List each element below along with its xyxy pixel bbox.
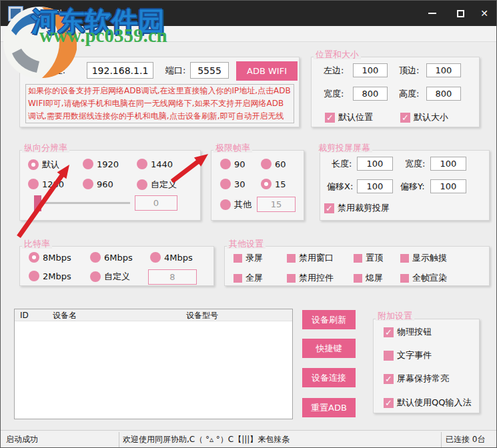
checkbox-disable-window[interactable]: 禁用窗口 bbox=[287, 252, 334, 264]
radio-fps-other[interactable]: 其他 bbox=[220, 199, 252, 211]
status-separator bbox=[441, 432, 442, 447]
minimize-icon bbox=[428, 13, 436, 14]
radio-dot bbox=[83, 179, 93, 189]
device-refresh-button[interactable]: 设备刷新 bbox=[302, 310, 356, 329]
checkbox-label: 屏幕保持常亮 bbox=[397, 373, 449, 385]
crop-length-input[interactable] bbox=[357, 157, 393, 171]
width-input[interactable] bbox=[353, 87, 388, 101]
radio-bitrate-custom[interactable]: 自定义 bbox=[90, 271, 130, 283]
checkbox-record-screen[interactable]: 录屏 bbox=[233, 252, 263, 264]
checkbox-label: 物理按钮 bbox=[397, 326, 432, 338]
checkbox-box bbox=[400, 113, 410, 123]
radio-fps-15[interactable]: 15 bbox=[261, 179, 286, 189]
window-title: 同屏协助 bbox=[31, 1, 63, 26]
menu-file[interactable]: 文件 bbox=[2, 26, 26, 42]
checkbox-label: 禁用控件 bbox=[299, 272, 334, 284]
checkbox-box bbox=[384, 351, 394, 361]
maximize-icon bbox=[457, 10, 464, 17]
radio-bitrate-6mbps[interactable]: 6Mbps bbox=[90, 252, 133, 263]
left-input[interactable] bbox=[353, 63, 388, 77]
radio-label: 4Mbps bbox=[164, 253, 193, 263]
vres-custom-input[interactable] bbox=[135, 195, 177, 211]
checkbox-box bbox=[287, 254, 296, 263]
checkbox-default-qq-ime[interactable]: 默认使用QQ输入法 bbox=[384, 397, 471, 409]
checkbox-box bbox=[400, 274, 409, 283]
ip-label: IP地址: bbox=[37, 65, 65, 76]
close-icon: ✕ bbox=[480, 9, 488, 18]
group-position-size: 位置和大小 左边: 顶边: 宽度: 高度: 默认位置 默认大小 bbox=[311, 57, 480, 127]
radio-bitrate-8mbps[interactable]: 8Mbps bbox=[29, 252, 71, 263]
app-icon bbox=[8, 6, 23, 21]
checkbox-box bbox=[384, 398, 394, 408]
top-input[interactable] bbox=[426, 63, 461, 77]
port-input[interactable] bbox=[190, 62, 229, 79]
radio-vres-default[interactable]: 默认 bbox=[28, 159, 59, 171]
radio-vres-1920[interactable]: 1920 bbox=[83, 159, 119, 169]
radio-dot bbox=[28, 159, 39, 170]
radio-bitrate-4mbps[interactable]: 4Mbps bbox=[150, 252, 193, 263]
checkbox-screen-off[interactable]: 熄屏 bbox=[354, 272, 383, 284]
checkbox-text-events[interactable]: 文字事件 bbox=[384, 349, 432, 361]
checkbox-default-position[interactable]: 默认位置 bbox=[325, 111, 373, 123]
crop-offy-input[interactable] bbox=[430, 179, 466, 193]
radio-label: 6Mbps bbox=[104, 253, 133, 263]
checkbox-label: 全帧宣染 bbox=[412, 272, 447, 284]
status-separator bbox=[119, 432, 119, 447]
bitrate-custom-input[interactable] bbox=[148, 269, 197, 285]
radio-dot bbox=[90, 271, 101, 282]
device-connect-button[interactable]: 设备连接 bbox=[302, 368, 356, 387]
radio-bitrate-2mbps[interactable]: 2Mbps bbox=[29, 271, 71, 281]
radio-dot bbox=[261, 159, 272, 169]
checkbox-always-on-top[interactable]: 置顶 bbox=[354, 252, 383, 264]
radio-label: 自定义 bbox=[104, 271, 130, 283]
device-list[interactable]: ID 设备名 设备型号 bbox=[14, 309, 293, 419]
checkbox-show-touches[interactable]: 显示触摸 bbox=[400, 252, 447, 264]
checkbox-fullscreen[interactable]: 全屏 bbox=[233, 272, 263, 284]
hotkey-button[interactable]: 快捷键 bbox=[302, 339, 356, 358]
radio-dot bbox=[83, 159, 93, 169]
radio-vres-1440[interactable]: 1440 bbox=[137, 159, 173, 169]
status-bar: 启动成功 欢迎使用同屏协助,C（ °▵ °）C【|||】来包辣条 已连接 0台 bbox=[1, 430, 497, 448]
radio-vres-custom[interactable]: 自定义 bbox=[137, 179, 177, 191]
checkbox-box bbox=[400, 254, 409, 263]
checkbox-label: 默认位置 bbox=[338, 111, 373, 123]
radio-label: 90 bbox=[234, 159, 245, 169]
crop-offx-input[interactable] bbox=[357, 179, 393, 193]
radio-fps-60[interactable]: 60 bbox=[261, 159, 286, 169]
checkbox-default-size[interactable]: 默认大小 bbox=[400, 111, 448, 123]
checkbox-physical-buttons[interactable]: 物理按钮 bbox=[384, 326, 432, 338]
resolution-slider-thumb[interactable] bbox=[34, 195, 41, 211]
resolution-slider-track[interactable] bbox=[35, 202, 130, 204]
checkbox-full-frame-render[interactable]: 全帧宣染 bbox=[400, 272, 447, 284]
menu-help[interactable]: 帮助 bbox=[27, 26, 51, 42]
checkbox-keep-screen-awake[interactable]: 屏幕保持常亮 bbox=[384, 373, 449, 385]
checkbox-label: 置顶 bbox=[366, 252, 383, 264]
adb-wifi-button[interactable]: ADB WIFI bbox=[236, 61, 298, 81]
height-input[interactable] bbox=[426, 87, 461, 101]
checkbox-label: 禁用窗口 bbox=[299, 252, 334, 264]
radio-label: 30 bbox=[234, 179, 245, 189]
checkbox-label: 全屏 bbox=[245, 272, 263, 284]
ip-input[interactable] bbox=[87, 62, 153, 79]
radio-vres-1280[interactable]: 1280 bbox=[28, 179, 64, 189]
maximize-button[interactable] bbox=[448, 1, 472, 26]
close-button[interactable]: ✕ bbox=[472, 1, 496, 26]
checkbox-label: 禁用裁剪投屏 bbox=[338, 202, 390, 214]
fps-custom-input[interactable] bbox=[257, 197, 296, 212]
crop-width-label: 宽度: bbox=[405, 159, 425, 169]
crop-width-input[interactable] bbox=[430, 157, 466, 171]
radio-label: 其他 bbox=[234, 199, 252, 211]
minimize-button[interactable] bbox=[420, 1, 444, 26]
checkbox-disable-crop[interactable]: 禁用裁剪投屏 bbox=[324, 202, 390, 214]
radio-fps-90[interactable]: 90 bbox=[220, 159, 245, 169]
width-label: 宽度: bbox=[324, 89, 344, 99]
app-window: 同屏协助 ✕ 文件 帮助 网络ADB IP地址: 端口: ADB WIFI 如果… bbox=[0, 0, 497, 448]
checkbox-box bbox=[233, 274, 242, 283]
radio-vres-960[interactable]: 960 bbox=[83, 179, 113, 189]
radio-label: 1920 bbox=[97, 159, 119, 169]
radio-label: 默认 bbox=[42, 159, 59, 171]
checkbox-disable-controls[interactable]: 禁用控件 bbox=[287, 272, 334, 284]
checkbox-box bbox=[354, 274, 362, 283]
reset-adb-button[interactable]: 重置ADB bbox=[302, 398, 356, 417]
radio-fps-30[interactable]: 30 bbox=[220, 179, 245, 189]
